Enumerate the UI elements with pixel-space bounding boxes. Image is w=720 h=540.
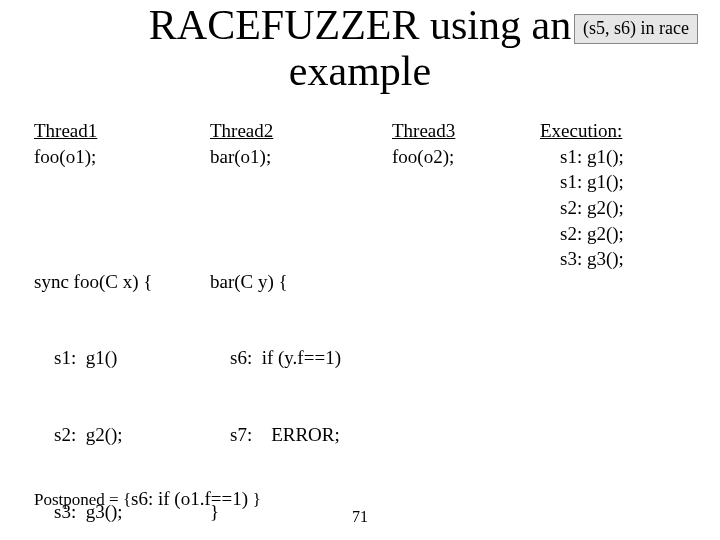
thread1-column: Thread1 foo(o1); sync foo(C x) { s1: g1(…: [34, 118, 214, 540]
thread3-column: Thread3 foo(o2);: [392, 118, 522, 169]
postponed-body: s6: if (o1.f==1): [131, 488, 253, 509]
execution-line-3: s2: g2();: [540, 221, 710, 247]
thread2-column: Thread2 bar(o1); bar(C y) { s6: if (y.f=…: [210, 118, 390, 540]
execution-line-1: s1: g1();: [540, 169, 710, 195]
thread2-header: Thread2: [210, 118, 390, 144]
execution-line-2: s2: g2();: [540, 195, 710, 221]
postponed-label: Postponed = {: [34, 490, 131, 509]
execution-column: Execution: s1: g1(); s1: g1(); s2: g2();…: [540, 118, 710, 272]
title-line-2: example: [289, 48, 431, 94]
thread2-call: bar(o1);: [210, 144, 390, 170]
foo-s1: s1: g1(): [34, 345, 214, 371]
title-line-1: RACEFUZZER using an: [149, 2, 571, 48]
thread1-call: foo(o1);: [34, 144, 214, 170]
slide-number: 71: [0, 508, 720, 526]
bar-s6: s6: if (y.f==1): [210, 345, 390, 371]
postponed-set: Postponed = {s6: if (o1.f==1) }: [34, 488, 261, 510]
execution-line-4: s3: g3();: [540, 246, 710, 272]
postponed-close: }: [253, 490, 261, 509]
bar-s7: s7: ERROR;: [210, 422, 390, 448]
bar-signature: bar(C y) {: [210, 269, 390, 295]
foo-signature: sync foo(C x) {: [34, 269, 214, 295]
thread1-header: Thread1: [34, 118, 214, 144]
race-pair-badge: (s5, s6) in race: [574, 14, 698, 44]
thread3-header: Thread3: [392, 118, 522, 144]
foo-s2: s2: g2();: [34, 422, 214, 448]
thread3-call: foo(o2);: [392, 144, 522, 170]
execution-header: Execution:: [540, 118, 710, 144]
execution-line-0: s1: g1();: [540, 144, 710, 170]
